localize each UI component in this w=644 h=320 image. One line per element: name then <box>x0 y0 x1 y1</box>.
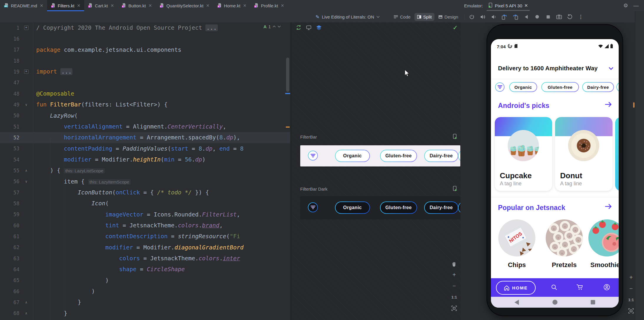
snack-item-pretzels[interactable] <box>546 219 583 256</box>
run-on-device-icon[interactable] <box>453 134 457 141</box>
filter-chip-partial[interactable] <box>616 82 619 92</box>
line-number[interactable]: 63 <box>0 256 19 261</box>
code-line-56[interactable]: 56∨ item { this: LazyItemScope <box>0 176 290 187</box>
chevron-down-icon[interactable] <box>278 26 281 28</box>
line-number[interactable]: 55 <box>0 168 19 174</box>
filter-chip-partial[interactable] <box>458 150 460 162</box>
editor-scrollbar[interactable] <box>286 58 289 92</box>
fold-marker[interactable]: + <box>19 26 33 30</box>
zoom-fit-button[interactable] <box>451 305 458 312</box>
fold-marker[interactable]: ∧ <box>19 300 33 304</box>
line-number[interactable]: 49 <box>0 102 19 108</box>
line-number[interactable]: 67 <box>0 299 19 305</box>
snack-card-donut[interactable]: DonutA tag line <box>555 117 613 191</box>
fold-marker[interactable]: + <box>19 69 33 74</box>
close-icon[interactable]: ✕ <box>40 3 43 8</box>
arrow-right-icon[interactable] <box>605 102 612 108</box>
code-line-16[interactable]: 16 <box>0 33 290 44</box>
line-number[interactable]: 19 <box>0 69 19 75</box>
code-line-63[interactable]: 63 colors = JetsnackTheme.colors.inter <box>0 253 290 264</box>
zoom-out-button[interactable]: − <box>451 282 458 289</box>
line-number[interactable]: 1 <box>0 25 19 31</box>
filter-icon[interactable] <box>308 202 318 212</box>
screenshot-camera-icon[interactable] <box>556 14 562 20</box>
code-line-47[interactable]: 47 <box>0 77 290 88</box>
code-line-52[interactable]: 52 horizontalArrangement = Arrangement.s… <box>0 132 290 143</box>
close-icon[interactable]: ✕ <box>111 3 114 8</box>
filter-chip-dairy-free[interactable]: Dairy-free <box>582 82 614 92</box>
filter-chip-organic[interactable]: Organic <box>335 150 370 162</box>
file-tab-readme-md[interactable]: MDREADME.md✕ <box>0 0 47 11</box>
code-line-50[interactable]: 50 LazyRow( <box>0 110 290 121</box>
code-line-51[interactable]: 51 verticalAlignment = Alignment.CenterV… <box>0 121 290 132</box>
code-line-57[interactable]: 57 IconButton(onClick = { /* todo */ }) … <box>0 187 290 198</box>
line-number[interactable]: 64 <box>0 266 19 272</box>
tab-split-view[interactable]: Split <box>414 13 434 21</box>
code-line-60[interactable]: 60 tint = JetsnackTheme.colors.brand, <box>0 220 290 231</box>
code-line-64[interactable]: 64 shape = CircleShape <box>0 264 290 275</box>
home-circle-icon[interactable] <box>552 300 557 305</box>
code-line-61[interactable]: 61 contentDescription = stringResource("… <box>0 231 290 242</box>
rotate-left-icon[interactable] <box>501 14 508 20</box>
line-number[interactable]: 56 <box>0 179 19 184</box>
line-number[interactable]: 66 <box>0 289 19 294</box>
snack-card-partial[interactable] <box>615 117 619 191</box>
snack-item-chips[interactable]: NITOS <box>498 219 535 256</box>
close-icon[interactable]: ✕ <box>206 3 210 8</box>
code-line-54[interactable]: 54 modifier = Modifier.heightIn(min = 56… <box>0 154 290 165</box>
code-line-67[interactable]: 67∧ } <box>0 297 290 308</box>
code-line-55[interactable]: 55∧ ) { this: LazyListScope <box>0 165 290 176</box>
nav-back-icon[interactable] <box>523 14 530 20</box>
filter-chip-organic[interactable]: Organic <box>335 201 370 214</box>
hide-panel-icon[interactable]: — <box>632 3 640 8</box>
line-number[interactable]: 61 <box>0 234 19 239</box>
filter-chip-dairy-free[interactable]: Dairy-free <box>424 201 458 214</box>
file-tab-quantityselector-kt[interactable]: QuantitySelector.kt✕ <box>156 0 213 11</box>
file-tab-filters-kt[interactable]: Filters.kt✕ <box>47 0 84 11</box>
code-line-17[interactable]: 17package com.example.jetsnack.ui.compon… <box>0 44 290 55</box>
overview-square-icon[interactable] <box>591 300 595 304</box>
nav-profile-button[interactable] <box>600 281 613 294</box>
close-icon[interactable]: ✕ <box>243 3 247 8</box>
power-icon[interactable] <box>469 14 475 20</box>
close-icon[interactable]: ✕ <box>77 3 81 8</box>
code-line-49[interactable]: 49∨fun FilterBar(filters: List<Filter>) … <box>0 99 290 110</box>
tab-code-view[interactable]: Code <box>391 13 413 21</box>
line-number[interactable]: 58 <box>0 201 19 206</box>
line-number[interactable]: 53 <box>0 146 19 151</box>
code-line-59[interactable]: 59 imageVector = Icons.Rounded.FilterLis… <box>0 209 290 220</box>
filter-chip-gluten-free[interactable]: Gluten-free <box>380 201 417 214</box>
volume-up-icon[interactable] <box>479 14 486 20</box>
line-number[interactable]: 57 <box>0 190 19 196</box>
nav-overview-icon[interactable] <box>545 14 551 20</box>
zoom-actual-button[interactable]: 1:1 <box>628 296 635 303</box>
filter-icon[interactable] <box>308 151 318 161</box>
delivery-address-selector[interactable]: Delivery to 1600 Amphitheater Way <box>498 65 613 72</box>
layers-icon[interactable] <box>316 25 322 31</box>
zoom-fit-button[interactable] <box>628 307 635 314</box>
nav-home-icon[interactable] <box>534 14 540 20</box>
more-options-icon[interactable]: ⋮ <box>577 14 584 20</box>
line-number[interactable]: 17 <box>0 47 19 53</box>
line-number[interactable]: 60 <box>0 223 19 229</box>
chevron-up-icon[interactable] <box>273 26 276 28</box>
line-number[interactable]: 51 <box>0 124 19 130</box>
line-number[interactable]: 65 <box>0 277 19 283</box>
line-number[interactable]: 54 <box>0 157 19 163</box>
nav-search-button[interactable] <box>548 281 560 294</box>
pan-hand-icon[interactable] <box>451 260 458 267</box>
file-tab-profile-kt[interactable]: Profile.kt✕ <box>250 0 288 11</box>
zoom-actual-button[interactable]: 1:1 <box>451 294 458 301</box>
code-line-19[interactable]: 19+import ... <box>0 66 290 77</box>
code-line-53[interactable]: 53 contentPadding = PaddingValues(start … <box>0 143 290 154</box>
close-icon[interactable]: ✕ <box>281 3 284 8</box>
arrow-right-icon[interactable] <box>605 204 612 210</box>
line-number[interactable]: 50 <box>0 113 19 119</box>
line-number[interactable]: 18 <box>0 58 19 64</box>
line-number[interactable]: 48 <box>0 91 19 97</box>
line-number[interactable]: 16 <box>0 36 19 42</box>
fold-marker[interactable]: ∧ <box>19 169 33 173</box>
code-line-65[interactable]: 65 ) <box>0 275 290 286</box>
live-edit-toggle[interactable]: ✎ Live Editing of Literals: ON <box>316 11 380 22</box>
line-number[interactable]: 47 <box>0 80 19 86</box>
